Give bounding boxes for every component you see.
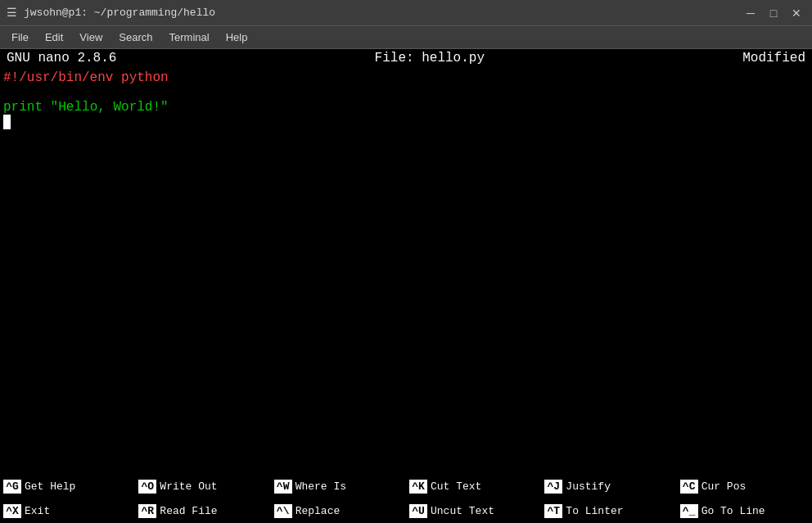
- editor-line-3: print "Hello, World!": [3, 100, 809, 115]
- menu-bar: File Edit View Search Terminal Help: [0, 26, 812, 49]
- menu-edit[interactable]: Edit: [37, 28, 71, 47]
- shortcut-label-get-help: Get Help: [25, 480, 75, 493]
- shortcut-label-uncut-text: Uncut Text: [431, 505, 494, 517]
- shortcut-label-where-is: Where Is: [295, 480, 346, 493]
- shortcut-label-to-linter: To Linter: [566, 505, 623, 517]
- shortcut-uncut-text[interactable]: ^U Uncut Text: [406, 498, 541, 523]
- shortcut-exit[interactable]: ^X Exit: [0, 498, 135, 523]
- editor-line-2: [3, 85, 809, 100]
- title-bar: ☰ jwsohn@p1: ~/programming/hello ─ □ ✕: [0, 0, 812, 26]
- shortcut-key-get-help: ^G: [3, 480, 21, 494]
- shortcut-label-cur-pos: Cur Pos: [701, 480, 747, 493]
- shortcut-cut-text[interactable]: ^K Cut Text: [406, 474, 541, 498]
- window-controls: ─ □ ✕: [742, 4, 805, 22]
- shortcut-label-write-out: Write Out: [160, 480, 217, 493]
- shortcut-key-where-is: ^W: [274, 480, 292, 494]
- nano-modified: Modified: [742, 51, 805, 65]
- shebang-line: #!/usr/bin/env python: [3, 70, 169, 85]
- shortcuts-bar: ^G Get Help ^O Write Out ^W Where Is ^K …: [0, 474, 812, 523]
- title-bar-left: ☰ jwsohn@p1: ~/programming/hello: [7, 6, 215, 20]
- hamburger-icon[interactable]: ☰: [7, 6, 17, 20]
- editor-area[interactable]: #!/usr/bin/env python print "Hello, Worl…: [0, 67, 812, 474]
- shortcut-read-file[interactable]: ^R Read File: [135, 498, 270, 523]
- nano-editor-container: GNU nano 2.8.6 File: hello.py Modified #…: [0, 49, 812, 523]
- window-title: jwsohn@p1: ~/programming/hello: [24, 7, 215, 19]
- maximize-button[interactable]: □: [765, 4, 783, 22]
- shortcut-replace[interactable]: ^\ Replace: [271, 498, 406, 523]
- shortcut-label-exit: Exit: [25, 505, 50, 517]
- shortcut-write-out[interactable]: ^O Write Out: [135, 474, 270, 498]
- shortcut-key-go-to-line: ^_: [680, 504, 698, 518]
- menu-view[interactable]: View: [71, 28, 111, 47]
- shortcut-label-go-to-line: Go To Line: [701, 505, 765, 517]
- shortcut-key-justify: ^J: [544, 480, 562, 494]
- text-cursor: [3, 115, 11, 129]
- nano-filename: File: hello.py: [375, 51, 485, 65]
- nano-status-bar: GNU nano 2.8.6 File: hello.py Modified: [0, 49, 812, 67]
- menu-search[interactable]: Search: [111, 28, 160, 47]
- shortcut-key-write-out: ^O: [138, 480, 156, 494]
- shortcut-key-uncut-text: ^U: [409, 504, 427, 518]
- shortcut-go-to-line[interactable]: ^_ Go To Line: [677, 498, 812, 523]
- shortcut-get-help[interactable]: ^G Get Help: [0, 474, 135, 498]
- print-string: "Hello, World!": [43, 100, 169, 115]
- shortcut-label-justify: Justify: [566, 480, 611, 493]
- shortcut-key-cur-pos: ^C: [680, 480, 698, 494]
- close-button[interactable]: ✕: [787, 4, 805, 22]
- shortcut-label-read-file: Read File: [160, 505, 217, 517]
- menu-terminal[interactable]: Terminal: [161, 28, 218, 47]
- menu-help[interactable]: Help: [218, 28, 256, 47]
- shortcut-label-replace: Replace: [295, 505, 341, 517]
- shortcut-justify[interactable]: ^J Justify: [541, 474, 676, 498]
- shortcut-to-linter[interactable]: ^T To Linter: [541, 498, 676, 523]
- shortcut-key-cut-text: ^K: [409, 480, 427, 494]
- shortcut-key-to-linter: ^T: [544, 504, 562, 518]
- print-keyword: print: [3, 100, 43, 115]
- shortcut-key-replace: ^\: [274, 504, 292, 518]
- editor-line-1: #!/usr/bin/env python: [3, 70, 809, 85]
- shortcut-where-is[interactable]: ^W Where Is: [271, 474, 406, 498]
- minimize-button[interactable]: ─: [742, 4, 760, 22]
- nano-version: GNU nano 2.8.6: [7, 51, 116, 65]
- shortcut-cur-pos[interactable]: ^C Cur Pos: [677, 474, 812, 498]
- shortcut-key-read-file: ^R: [138, 504, 156, 518]
- shortcut-key-exit: ^X: [3, 504, 21, 518]
- shortcut-label-cut-text: Cut Text: [431, 480, 481, 493]
- editor-line-4: [3, 115, 809, 129]
- menu-file[interactable]: File: [3, 28, 37, 47]
